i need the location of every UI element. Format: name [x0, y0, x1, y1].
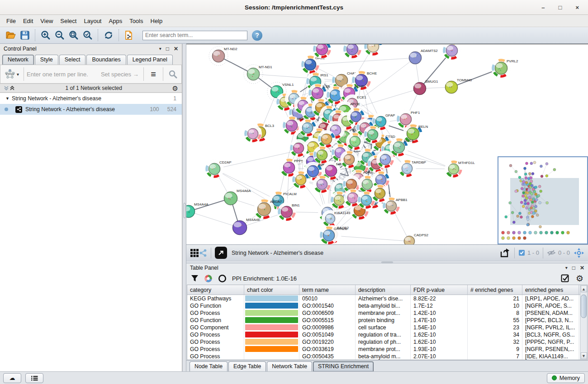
column-header-description[interactable]: description	[356, 285, 411, 295]
node-KIAA1149[interactable]: KIAA1149	[322, 211, 351, 227]
network-nodes[interactable]: MT-ND2MT-ND1VSNL1GAB2IRS1CHATBCHEIL1BTNF…	[186, 44, 518, 244]
zoom-selected-icon[interactable]	[81, 29, 95, 42]
menu-select[interactable]: Select	[57, 16, 80, 26]
string-search-icon[interactable]	[166, 67, 180, 81]
column-header-category[interactable]: category	[187, 285, 244, 295]
birdseye-view[interactable]	[498, 156, 588, 244]
task-history-button[interactable]	[25, 373, 43, 383]
node-ADAMTS2[interactable]: ADAMTS2	[409, 49, 438, 64]
node[interactable]	[377, 151, 394, 168]
table-row[interactable]: GO FunctionGO:0001540beta-amyloid bi...1…	[187, 302, 580, 309]
detach-view-icon[interactable]	[215, 247, 227, 259]
node-TOMM40[interactable]: TOMM40	[445, 78, 472, 94]
menu-layout[interactable]: Layout	[80, 16, 105, 26]
open-folder-icon[interactable]	[4, 29, 18, 42]
help-icon[interactable]: ?	[252, 30, 262, 41]
scroll-up-icon[interactable]: ▲	[581, 286, 587, 292]
node[interactable]	[364, 126, 381, 143]
maximize-button[interactable]: □	[559, 4, 562, 11]
node[interactable]	[290, 140, 307, 157]
menu-view[interactable]: View	[37, 16, 57, 26]
panel-splitter[interactable]	[182, 44, 186, 371]
export-network-icon[interactable]	[500, 248, 511, 258]
network-canvas[interactable]: MT-ND2MT-ND1VSNL1GAB2IRS1CHATBCHEIL1BTNF…	[186, 44, 588, 244]
column-header-term-name[interactable]: term name	[299, 285, 356, 295]
node[interactable]	[443, 44, 461, 60]
tab-style[interactable]: Style	[35, 55, 58, 65]
tab-select[interactable]: Select	[59, 55, 86, 65]
splitter-grip[interactable]	[184, 203, 185, 218]
table-row[interactable]: GO ProcessGO:0050435beta-amyloid m...2.0…	[187, 353, 580, 360]
ring-chart-icon[interactable]	[218, 274, 227, 283]
refresh-icon[interactable]	[101, 29, 115, 42]
zoom-in-icon[interactable]	[38, 29, 52, 42]
column-header-chart-color[interactable]: chart color	[244, 285, 299, 295]
tab-boundaries[interactable]: Boundaries	[86, 55, 126, 65]
share-view-icon[interactable]	[199, 249, 207, 257]
menu-apps[interactable]: Apps	[105, 16, 126, 26]
node-SMUG1[interactable]: SMUG1	[413, 80, 438, 95]
node-MTHFD1L[interactable]: MTHFD1L	[445, 160, 475, 178]
save-icon[interactable]	[18, 29, 32, 42]
column-header--enriched-genes[interactable]: # enriched genes	[468, 285, 522, 295]
string-query-input[interactable]: Enter one term per line.	[27, 71, 88, 78]
node[interactable]	[343, 44, 361, 58]
import-network-icon[interactable]	[122, 29, 136, 42]
scroll-down-icon[interactable]: ▼	[581, 352, 587, 359]
search-input[interactable]	[142, 31, 247, 40]
column-header-fdr-p-value[interactable]: FDR p-value	[411, 285, 468, 295]
node[interactable]	[371, 185, 389, 202]
table-row[interactable]: GO ProcessGO:0006509membrane prot...1.42…	[187, 309, 580, 317]
memory-button[interactable]: Memory	[547, 373, 585, 383]
close-button[interactable]: ×	[575, 4, 579, 11]
node-PVRL2[interactable]: PVRL2	[492, 59, 518, 78]
close-panel-icon[interactable]: ✕	[580, 265, 584, 271]
table-row[interactable]: KEGG Pathways05010Alzheimer's dise...8.8…	[187, 295, 580, 302]
node-APBB1[interactable]: APBB1	[383, 197, 408, 215]
float-panel-icon[interactable]: □	[166, 46, 169, 52]
tab-legend-panel[interactable]: Legend Panel	[127, 55, 173, 65]
grid-view-icon[interactable]	[190, 248, 199, 258]
float-panel-icon[interactable]: □	[572, 265, 575, 271]
cloud-tasks-button[interactable]: ☁	[3, 373, 21, 383]
panel-menu-icon[interactable]: ▾	[565, 265, 568, 270]
splitter-grip[interactable]	[381, 262, 393, 263]
scrollbar-thumb[interactable]	[581, 295, 587, 318]
zoom-fit-icon[interactable]	[66, 29, 81, 42]
node[interactable]	[313, 176, 331, 193]
menu-help[interactable]: Help	[147, 16, 166, 26]
node-MS4A4E[interactable]: MS4A4E	[232, 218, 261, 235]
node[interactable]	[341, 151, 358, 168]
navigate-move-icon[interactable]	[574, 248, 584, 258]
filter-icon[interactable]	[191, 275, 199, 282]
expand-collapse-icons[interactable]	[4, 85, 15, 91]
minimize-button[interactable]: –	[541, 4, 545, 11]
table-scrollbar[interactable]: ▲ ▼	[580, 285, 587, 360]
tab-edge-table[interactable]: Edge Table	[228, 361, 266, 371]
node-MT-ND2[interactable]: MT-ND2	[209, 47, 237, 66]
node-DLG4[interactable]: DLG4	[390, 138, 413, 156]
network-collection-row[interactable]: ▼ String Network - Alzheimer's disease 1	[0, 93, 182, 104]
column-header-enriched-genes[interactable]: enriched genes	[522, 285, 579, 295]
string-logo-icon[interactable]: STRING ▾	[2, 68, 21, 80]
node[interactable]	[318, 131, 335, 148]
species-hint[interactable]: Set species →	[101, 71, 141, 78]
gear-icon[interactable]: ⚙	[172, 85, 178, 92]
table-row[interactable]: GO FunctionGO:0005515protein binding1.47…	[187, 317, 580, 324]
tab-node-table[interactable]: Node Table	[190, 361, 228, 371]
node-MS4A4A[interactable]: MS4A4A	[186, 202, 209, 218]
panel-menu-icon[interactable]: ▾	[159, 46, 161, 51]
node-CADPS2[interactable]: CADPS2	[404, 233, 429, 244]
string-menu-icon[interactable]: ≡	[147, 67, 160, 81]
tab-network[interactable]: Network	[2, 55, 34, 65]
node-BIN1[interactable]: BIN1	[278, 203, 300, 221]
node[interactable]	[244, 125, 261, 142]
node[interactable]	[364, 44, 382, 56]
node[interactable]	[313, 44, 331, 58]
pie-chart-icon[interactable]	[204, 274, 213, 283]
node[interactable]	[299, 119, 316, 136]
node[interactable]	[313, 146, 331, 164]
menu-edit[interactable]: Edit	[19, 16, 37, 26]
table-row[interactable]: GO ProcessGO:0051049regulation of tra...…	[187, 331, 580, 338]
node-MS4A6A[interactable]: MS4A6A	[224, 189, 251, 205]
